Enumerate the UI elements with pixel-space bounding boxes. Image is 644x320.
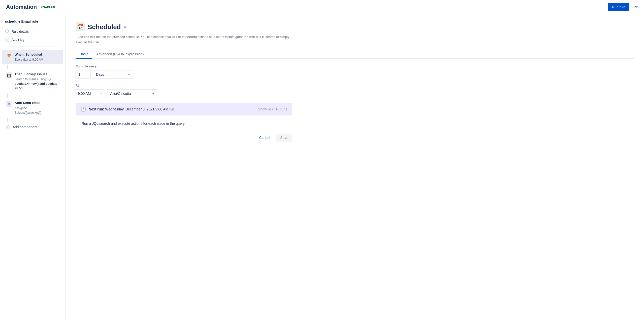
run-rule-button[interactable]: Run rule: [608, 3, 629, 11]
top-bar: Automation ENABLED Run rule Re: [0, 0, 644, 14]
time-input[interactable]: [78, 90, 98, 98]
run-every-label: Run rule every: [76, 65, 292, 68]
when-component-desc: Every day at 9:00 AM: [15, 57, 59, 62]
sidebar-then-component: 🔲 Then: Lookup issues Search for issues …: [0, 69, 65, 98]
at-label: At: [76, 84, 292, 87]
and-component-desc: AssigneeSubject{{issue.key}}: [15, 106, 59, 115]
add-component-row[interactable]: ○ Add component: [2, 123, 63, 132]
then-component-desc: Search for issues using JQL duedate>= no…: [15, 77, 59, 91]
then-desc-bold: duedate>= now() and duedate <= 5d: [15, 82, 57, 90]
sidebar-and-component: ✉ And: Send email AssigneeSubject{{issue…: [0, 98, 65, 122]
jql-checkbox-row: Run a JQL search and execute actions for…: [76, 122, 292, 126]
sidebar-item-when-scheduled[interactable]: 📅 When: Scheduled Every day at 9:00 AM: [2, 50, 63, 64]
clock-icon: 🕐: [81, 106, 86, 112]
connector-line-1: [7, 65, 8, 69]
jql-checkbox[interactable]: [76, 122, 79, 125]
show-next-runs-link[interactable]: Show next 10 runs: [258, 107, 287, 111]
save-button[interactable]: Save: [276, 134, 292, 142]
sidebar-rule-name: schedule Email rule: [0, 19, 65, 27]
run-every-unit-wrapper: Days Hours Weeks Months ▼: [93, 70, 133, 79]
add-component-icon: ○: [6, 125, 10, 129]
document-icon: 📄: [5, 37, 9, 42]
sidebar-when-component: 📅 When: Scheduled Every day at 9:00 AM: [0, 50, 65, 69]
sidebar-item-and-email[interactable]: ✉ And: Send email AssigneeSubject{{issue…: [2, 98, 63, 117]
run-every-number-input[interactable]: [76, 70, 91, 79]
detail-calendar-icon: 📅: [76, 22, 85, 31]
app-container: Automation ENABLED Run rule Re schedule …: [0, 0, 644, 320]
tab-advanced[interactable]: Advanced (CRON expression): [92, 50, 148, 59]
timezone-wrapper: Asia/Calcutta UTC America/New_York ▼: [107, 89, 157, 98]
detail-panel: 📅 Scheduled ✏ Executes this rule on the …: [66, 14, 644, 320]
calendar-component-icon: 📅: [6, 53, 12, 59]
then-component-title: Then: Lookup issues: [15, 72, 59, 76]
cancel-button[interactable]: Cancel: [256, 134, 273, 142]
next-run-label: Next run:: [89, 107, 104, 111]
run-every-row: Days Hours Weeks Months ▼: [76, 70, 292, 79]
and-component-text: And: Send email AssigneeSubject{{issue.k…: [15, 101, 59, 115]
next-run-text: Next run: Wednesday, December 8, 2021 9:…: [89, 107, 175, 111]
run-every-unit-select[interactable]: Days Hours Weeks Months: [93, 70, 133, 79]
sidebar-audit-log-label: Audit log: [12, 38, 24, 42]
when-component-text: When: Scheduled Every day at 9:00 AM: [15, 52, 59, 62]
top-bar-right: Run rule Re: [608, 3, 638, 11]
info-icon: ⓘ: [5, 29, 9, 33]
sidebar-item-then-lookup[interactable]: 🔲 Then: Lookup issues Search for issues …: [2, 69, 63, 93]
add-component-label: Add component: [13, 125, 37, 129]
then-desc-plain: Search for issues using JQL: [15, 77, 52, 81]
detail-tabs: Basic Advanced (CRON expression): [76, 50, 634, 59]
sidebar-item-rule-details[interactable]: ⓘ Rule details: [0, 27, 65, 35]
then-component-text: Then: Lookup issues Search for issues us…: [15, 72, 59, 91]
sidebar-rule-details-label: Rule details: [12, 30, 29, 33]
connector-line-2: [7, 94, 8, 98]
edit-pencil-icon[interactable]: ✏: [124, 25, 127, 29]
when-component-title: When: Scheduled: [15, 52, 59, 57]
ret-link[interactable]: Re: [633, 5, 638, 9]
sidebar-divider: [5, 47, 60, 47]
enabled-badge: ENABLED: [41, 6, 55, 9]
main-content: schedule Email rule ⓘ Rule details 📄 Aud…: [0, 14, 644, 320]
next-run-left: 🕐 Next run: Wednesday, December 8, 2021 …: [81, 106, 175, 112]
time-input-wrapper: ✕: [76, 89, 105, 98]
next-run-date: Wednesday, December 8, 2021 9:00 AM IST: [105, 107, 175, 111]
app-title: Automation: [6, 4, 37, 10]
next-run-box: 🕐 Next run: Wednesday, December 8, 2021 …: [76, 103, 292, 115]
lookup-component-icon: 🔲: [6, 72, 12, 78]
detail-header: 📅 Scheduled ✏: [76, 22, 634, 31]
sidebar: schedule Email rule ⓘ Rule details 📄 Aud…: [0, 14, 66, 320]
clear-time-icon[interactable]: ✕: [100, 92, 103, 95]
detail-title: Scheduled: [88, 23, 121, 31]
tab-basic[interactable]: Basic: [76, 50, 92, 59]
email-component-icon: ✉: [6, 101, 12, 107]
connector-line-3: [7, 118, 8, 122]
at-row: ✕ Asia/Calcutta UTC America/New_York ▼: [76, 89, 292, 98]
detail-description: Executes this rule on the provided sched…: [76, 34, 292, 45]
sidebar-item-audit-log[interactable]: 📄 Audit log: [0, 35, 65, 44]
form-actions: Cancel Save: [76, 134, 292, 142]
jql-label: Run a JQL search and execute actions for…: [82, 122, 185, 126]
top-bar-left: Automation ENABLED: [6, 4, 55, 10]
and-component-title: And: Send email: [15, 101, 59, 105]
timezone-select[interactable]: Asia/Calcutta UTC America/New_York: [107, 89, 157, 98]
form-section: Run rule every Days Hours Weeks Months ▼: [76, 65, 292, 142]
